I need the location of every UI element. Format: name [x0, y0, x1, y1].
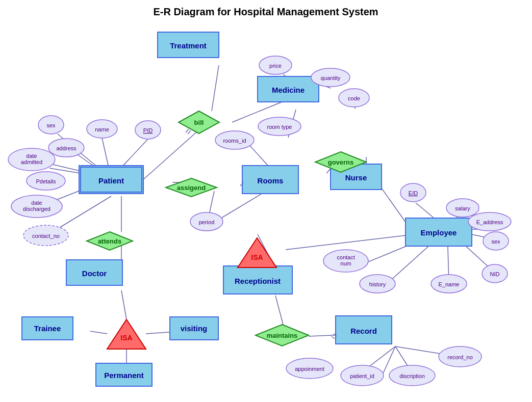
date-admitted-label: date	[26, 153, 37, 159]
doctor-label: Doctor	[82, 269, 107, 278]
nurse-label: Nurse	[345, 173, 367, 182]
employee-label: Employee	[421, 228, 457, 237]
e-address-label: E_address	[476, 219, 503, 225]
pid-label: PID	[143, 127, 153, 133]
address-label: address	[56, 145, 77, 151]
nid-label: NID	[490, 271, 500, 277]
period-label: period	[199, 219, 215, 225]
isa-employee-triangle	[238, 238, 276, 267]
svg-line-47	[188, 130, 191, 134]
patient-label: Patient	[98, 176, 124, 185]
attends-label: attends	[98, 237, 121, 245]
diagram-title: E-R Diagram for Hospital Management Syst…	[153, 6, 378, 17]
name-label: name	[95, 126, 109, 132]
medicine-label: Medicine	[272, 86, 305, 94]
contact-no-label: contact_no	[32, 233, 60, 239]
bill-label: bill	[194, 119, 204, 126]
rooms-id-label: rooms_id	[223, 138, 246, 144]
isa-employee-label: ISA	[251, 253, 263, 261]
history-label: history	[369, 281, 386, 287]
salary-label: salary	[455, 205, 470, 211]
pdetails-label: Pdetails	[36, 178, 56, 184]
maintains-label: maintains	[267, 332, 298, 339]
er-diagram: E-R Diagram for Hospital Management Syst…	[0, 0, 532, 402]
svg-line-0	[212, 65, 219, 111]
date-discharged-label: date	[31, 200, 42, 206]
isa-doctor-label: ISA	[120, 334, 132, 342]
treatment-label: Treatment	[170, 41, 207, 50]
appoinment-label: appoinment	[295, 366, 324, 372]
rooms-label: Rooms	[258, 176, 284, 185]
discription-label: discription	[399, 373, 425, 379]
svg-line-33	[286, 234, 414, 250]
record-no-label: record_no	[447, 354, 473, 360]
patient-id-label: patient_id	[350, 373, 374, 379]
quantity-label: quantity	[321, 75, 341, 81]
code-label: code	[348, 95, 360, 101]
date-discharged-label2: discharged	[23, 206, 50, 212]
contact-num-label: contact	[337, 254, 354, 260]
svg-line-34	[275, 296, 283, 325]
trainee-label: Trainee	[34, 324, 61, 333]
contact-num-label2: num	[340, 260, 351, 266]
e-name-label: E_name	[439, 281, 460, 287]
svg-line-51	[332, 336, 335, 339]
permanent-label: Permanent	[104, 371, 144, 380]
svg-line-36	[121, 290, 126, 319]
visiting-label: visiting	[181, 324, 208, 333]
price-label: price	[269, 63, 282, 69]
sex2-label: sex	[491, 238, 500, 245]
record-label: Record	[350, 327, 377, 335]
date-admitted-label2: admitted	[21, 159, 42, 165]
svg-line-37	[90, 331, 107, 334]
svg-line-48	[186, 129, 189, 132]
receptionist-label: Receptionist	[235, 277, 281, 285]
assigend-label: assigend	[177, 184, 206, 192]
governs-label: governs	[328, 158, 354, 166]
sex-label: sex	[46, 122, 56, 128]
eid-label: EID	[409, 190, 418, 196]
room-type-label: room type	[267, 124, 292, 130]
